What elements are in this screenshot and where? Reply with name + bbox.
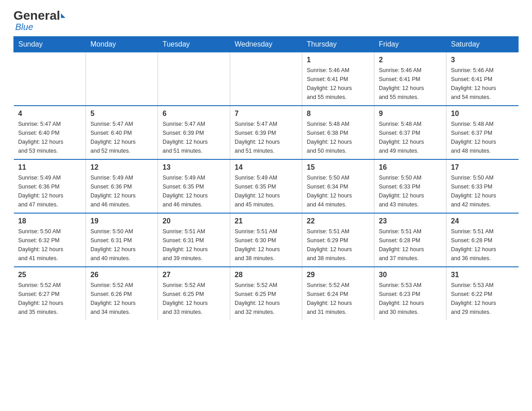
day-info: Sunrise: 5:52 AMSunset: 6:25 PMDaylight:… xyxy=(163,281,225,317)
day-number: 24 xyxy=(451,217,514,225)
logo: General Blue xyxy=(13,9,65,32)
calendar-cell: 29Sunrise: 5:52 AMSunset: 6:24 PMDayligh… xyxy=(302,267,374,320)
day-info: Sunrise: 5:47 AMSunset: 6:40 PMDaylight:… xyxy=(18,120,82,155)
weekday-header-sunday: Sunday xyxy=(14,36,86,52)
day-number: 10 xyxy=(451,110,514,118)
calendar-week-row: 4Sunrise: 5:47 AMSunset: 6:40 PMDaylight… xyxy=(14,106,519,159)
calendar-cell: 2Sunrise: 5:46 AMSunset: 6:41 PMDaylight… xyxy=(374,52,446,106)
calendar-cell: 10Sunrise: 5:48 AMSunset: 6:37 PMDayligh… xyxy=(446,106,519,159)
day-number: 14 xyxy=(235,163,297,171)
weekday-header-tuesday: Tuesday xyxy=(158,36,230,52)
day-number: 12 xyxy=(90,163,153,171)
weekday-header-thursday: Thursday xyxy=(302,36,374,52)
day-info: Sunrise: 5:52 AMSunset: 6:24 PMDaylight:… xyxy=(307,281,369,317)
day-number: 3 xyxy=(451,56,514,64)
calendar-cell: 25Sunrise: 5:52 AMSunset: 6:27 PMDayligh… xyxy=(14,267,86,320)
day-info: Sunrise: 5:50 AMSunset: 6:31 PMDaylight:… xyxy=(90,227,153,263)
calendar-table: SundayMondayTuesdayWednesdayThursdayFrid… xyxy=(13,36,519,320)
calendar-cell: 7Sunrise: 5:47 AMSunset: 6:39 PMDaylight… xyxy=(230,106,302,159)
day-number: 4 xyxy=(18,110,82,118)
day-number: 22 xyxy=(307,217,369,225)
logo-general: General xyxy=(13,9,65,23)
day-number: 2 xyxy=(379,56,442,64)
calendar-cell: 20Sunrise: 5:51 AMSunset: 6:31 PMDayligh… xyxy=(158,213,230,267)
calendar-cell: 11Sunrise: 5:49 AMSunset: 6:36 PMDayligh… xyxy=(14,159,86,213)
day-info: Sunrise: 5:47 AMSunset: 6:39 PMDaylight:… xyxy=(163,120,225,155)
calendar-cell: 31Sunrise: 5:53 AMSunset: 6:22 PMDayligh… xyxy=(446,267,519,320)
day-info: Sunrise: 5:49 AMSunset: 6:36 PMDaylight:… xyxy=(18,173,82,209)
calendar-cell: 14Sunrise: 5:49 AMSunset: 6:35 PMDayligh… xyxy=(230,159,302,213)
logo-text-blue: Blue xyxy=(15,22,65,32)
day-number: 17 xyxy=(451,163,514,171)
logo-text-general: General xyxy=(13,9,60,23)
logo-arrow-icon xyxy=(61,13,65,18)
weekday-header-wednesday: Wednesday xyxy=(230,36,302,52)
day-info: Sunrise: 5:50 AMSunset: 6:33 PMDaylight:… xyxy=(379,173,442,209)
day-number: 29 xyxy=(307,271,369,279)
day-info: Sunrise: 5:50 AMSunset: 6:34 PMDaylight:… xyxy=(307,173,369,209)
day-info: Sunrise: 5:51 AMSunset: 6:29 PMDaylight:… xyxy=(307,227,369,263)
day-number: 13 xyxy=(163,163,225,171)
calendar-cell: 9Sunrise: 5:48 AMSunset: 6:37 PMDaylight… xyxy=(374,106,446,159)
weekday-header-saturday: Saturday xyxy=(446,36,519,52)
calendar-cell: 18Sunrise: 5:50 AMSunset: 6:32 PMDayligh… xyxy=(14,213,86,267)
calendar-cell: 4Sunrise: 5:47 AMSunset: 6:40 PMDaylight… xyxy=(14,106,86,159)
calendar-cell: 17Sunrise: 5:50 AMSunset: 6:33 PMDayligh… xyxy=(446,159,519,213)
calendar-week-row: 1Sunrise: 5:46 AMSunset: 6:41 PMDaylight… xyxy=(14,52,519,106)
calendar-cell: 5Sunrise: 5:47 AMSunset: 6:40 PMDaylight… xyxy=(86,106,158,159)
page-header: General Blue xyxy=(13,9,519,32)
calendar-cell: 6Sunrise: 5:47 AMSunset: 6:39 PMDaylight… xyxy=(158,106,230,159)
day-info: Sunrise: 5:51 AMSunset: 6:30 PMDaylight:… xyxy=(235,227,297,263)
day-info: Sunrise: 5:51 AMSunset: 6:31 PMDaylight:… xyxy=(163,227,225,263)
weekday-header-monday: Monday xyxy=(86,36,158,52)
day-number: 8 xyxy=(307,110,369,118)
day-number: 18 xyxy=(18,217,82,225)
calendar-week-row: 25Sunrise: 5:52 AMSunset: 6:27 PMDayligh… xyxy=(14,267,519,320)
day-info: Sunrise: 5:46 AMSunset: 6:41 PMDaylight:… xyxy=(379,66,442,102)
calendar-cell: 12Sunrise: 5:49 AMSunset: 6:36 PMDayligh… xyxy=(86,159,158,213)
day-number: 15 xyxy=(307,163,369,171)
day-number: 5 xyxy=(90,110,153,118)
calendar-cell xyxy=(230,52,302,106)
day-info: Sunrise: 5:52 AMSunset: 6:27 PMDaylight:… xyxy=(18,281,82,317)
day-info: Sunrise: 5:50 AMSunset: 6:33 PMDaylight:… xyxy=(451,173,514,209)
day-number: 28 xyxy=(235,271,297,279)
day-number: 21 xyxy=(235,217,297,225)
day-number: 26 xyxy=(90,271,153,279)
day-info: Sunrise: 5:47 AMSunset: 6:39 PMDaylight:… xyxy=(235,120,297,155)
day-info: Sunrise: 5:52 AMSunset: 6:25 PMDaylight:… xyxy=(235,281,297,317)
calendar-cell: 21Sunrise: 5:51 AMSunset: 6:30 PMDayligh… xyxy=(230,213,302,267)
calendar-cell: 22Sunrise: 5:51 AMSunset: 6:29 PMDayligh… xyxy=(302,213,374,267)
calendar-cell: 24Sunrise: 5:51 AMSunset: 6:28 PMDayligh… xyxy=(446,213,519,267)
day-number: 19 xyxy=(90,217,153,225)
day-info: Sunrise: 5:49 AMSunset: 6:35 PMDaylight:… xyxy=(235,173,297,209)
day-info: Sunrise: 5:46 AMSunset: 6:41 PMDaylight:… xyxy=(451,66,514,102)
calendar-cell: 16Sunrise: 5:50 AMSunset: 6:33 PMDayligh… xyxy=(374,159,446,213)
calendar-cell: 26Sunrise: 5:52 AMSunset: 6:26 PMDayligh… xyxy=(86,267,158,320)
day-number: 30 xyxy=(379,271,442,279)
weekday-header-friday: Friday xyxy=(374,36,446,52)
day-number: 23 xyxy=(379,217,442,225)
weekday-header-row: SundayMondayTuesdayWednesdayThursdayFrid… xyxy=(14,36,519,52)
calendar-cell: 27Sunrise: 5:52 AMSunset: 6:25 PMDayligh… xyxy=(158,267,230,320)
calendar-cell xyxy=(14,52,86,106)
day-number: 25 xyxy=(18,271,82,279)
day-info: Sunrise: 5:48 AMSunset: 6:37 PMDaylight:… xyxy=(451,120,514,155)
day-info: Sunrise: 5:51 AMSunset: 6:28 PMDaylight:… xyxy=(451,227,514,263)
calendar-cell: 3Sunrise: 5:46 AMSunset: 6:41 PMDaylight… xyxy=(446,52,519,106)
day-number: 16 xyxy=(379,163,442,171)
calendar-cell: 30Sunrise: 5:53 AMSunset: 6:23 PMDayligh… xyxy=(374,267,446,320)
day-number: 9 xyxy=(379,110,442,118)
day-info: Sunrise: 5:50 AMSunset: 6:32 PMDaylight:… xyxy=(18,227,82,263)
calendar-cell: 19Sunrise: 5:50 AMSunset: 6:31 PMDayligh… xyxy=(86,213,158,267)
calendar-cell xyxy=(86,52,158,106)
day-info: Sunrise: 5:49 AMSunset: 6:35 PMDaylight:… xyxy=(163,173,225,209)
day-info: Sunrise: 5:51 AMSunset: 6:28 PMDaylight:… xyxy=(379,227,442,263)
calendar-cell xyxy=(158,52,230,106)
calendar-week-row: 11Sunrise: 5:49 AMSunset: 6:36 PMDayligh… xyxy=(14,159,519,213)
day-number: 20 xyxy=(163,217,225,225)
calendar-week-row: 18Sunrise: 5:50 AMSunset: 6:32 PMDayligh… xyxy=(14,213,519,267)
calendar-cell: 15Sunrise: 5:50 AMSunset: 6:34 PMDayligh… xyxy=(302,159,374,213)
day-info: Sunrise: 5:53 AMSunset: 6:22 PMDaylight:… xyxy=(451,281,514,317)
day-number: 1 xyxy=(307,56,369,64)
